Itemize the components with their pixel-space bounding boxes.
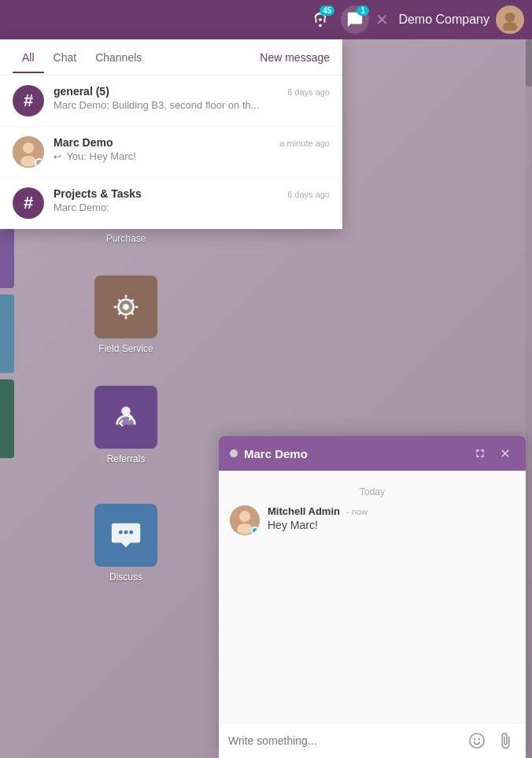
dm-msg-time: - now [346,507,368,516]
chat-item-marc-time: a minute ago [279,139,330,148]
dm-msg-content-1: Mitchell Admin - now Hey Marc! [268,505,368,531]
dm-date-divider: Today [230,486,515,497]
chat-tabs: All Chat Channels New message [0,39,342,76]
topbar: 45 1 ✕ Demo Company [0,0,532,39]
svg-point-0 [320,18,323,21]
user-avatar[interactable] [496,6,524,34]
reply-icon: ↩ [54,151,61,162]
chat-item-projects-name: Projects & Tasks [54,187,142,200]
activities-badge: 45 [320,6,334,16]
avatar-marc-demo [13,136,44,168]
dm-close-button[interactable] [496,444,515,463]
dm-status-dot [230,449,238,457]
chat-item-projects[interactable]: # Projects & Tasks 6 days ago Marc Demo: [0,178,342,229]
dm-msg-text: Hey Marc! [268,519,368,531]
dm-popup-marc: Marc Demo Today Mi [219,436,526,758]
svg-point-3 [503,22,518,31]
chat-item-general[interactable]: # general (5) 6 days ago Marc Demo: Buil… [0,76,342,127]
dm-expand-button[interactable] [471,444,490,463]
dm-msg-avatar-mitchell [230,505,260,535]
chat-item-marc[interactable]: Marc Demo a minute ago ↩ You: Hey Marc! [0,127,342,178]
messages-badge: 1 [357,6,369,16]
chat-item-general-preview: Marc Demo: Building B3, second floor on … [54,99,330,111]
svg-point-23 [478,738,480,740]
messages-button[interactable]: 1 [341,6,369,34]
app-discuss[interactable]: Discuss [87,504,165,582]
dm-footer [219,723,526,758]
svg-point-17 [20,156,36,167]
tab-chat[interactable]: Chat [44,42,87,73]
svg-point-19 [239,511,250,522]
app-discuss-label: Discuss [109,571,142,582]
chat-item-projects-preview: Marc Demo: [54,202,330,213]
dm-contact-name: Marc Demo [244,447,464,460]
activities-button[interactable]: 45 [306,6,334,34]
chat-panel: All Chat Channels New message # general … [0,39,342,229]
chat-item-marc-name: Marc Demo [54,136,113,149]
chat-item-general-time: 6 days ago [287,87,330,97]
app-field-service-icon [94,275,157,338]
app-field-service[interactable]: Field Service [87,275,165,354]
app-discuss-icon [94,504,157,567]
svg-point-12 [119,531,123,534]
tab-channels[interactable]: Channels [86,42,151,73]
app-referrals[interactable]: Referrals [87,386,165,464]
app-purchase-label: Purchase [106,233,146,244]
sidebar-strip-5 [0,379,14,458]
chat-item-general-content: general (5) 6 days ago Marc Demo: Buildi… [54,85,330,111]
app-field-service-label: Field Service [98,343,153,354]
svg-point-16 [23,142,34,153]
chat-item-marc-content: Marc Demo a minute ago ↩ You: Hey Marc! [54,136,330,162]
dm-msg-sender: Mitchell Admin [268,505,340,517]
topbar-divider: ✕ [375,10,389,29]
channel-avatar-general: # [13,85,44,116]
channel-avatar-projects: # [13,187,44,219]
company-name: Demo Company [398,13,490,27]
attachment-button[interactable] [494,730,516,752]
svg-point-13 [124,531,128,534]
emoji-button[interactable] [466,730,488,752]
svg-point-10 [123,304,129,310]
dm-input-field[interactable] [228,734,460,747]
dm-message-1: Mitchell Admin - now Hey Marc! [230,505,515,535]
chat-item-projects-time: 6 days ago [287,190,330,199]
svg-point-2 [505,13,515,22]
new-message-button[interactable]: New message [260,51,330,64]
svg-rect-1 [320,24,323,28]
dm-body: Today Mitchell Admin - now Hey Marc! [219,471,526,723]
chat-item-projects-content: Projects & Tasks 6 days ago Marc Demo: [54,187,330,213]
svg-point-14 [129,531,133,534]
tab-all[interactable]: All [13,42,44,73]
online-indicator-marc [35,158,44,168]
chat-item-marc-preview: ↩ You: Hey Marc! [54,150,330,162]
chat-item-general-name: general (5) [54,85,109,98]
scrollbar-thumb[interactable] [526,39,532,87]
svg-point-20 [237,523,253,534]
dm-popup-header: Marc Demo [219,436,526,471]
sidebar-strip-4 [0,294,14,373]
app-referrals-label: Referrals [107,453,146,464]
scrollbar-track[interactable] [526,39,532,758]
app-referrals-icon [94,386,157,449]
dm-msg-online-dot [251,527,259,534]
svg-point-21 [470,734,484,748]
svg-point-22 [474,738,475,740]
